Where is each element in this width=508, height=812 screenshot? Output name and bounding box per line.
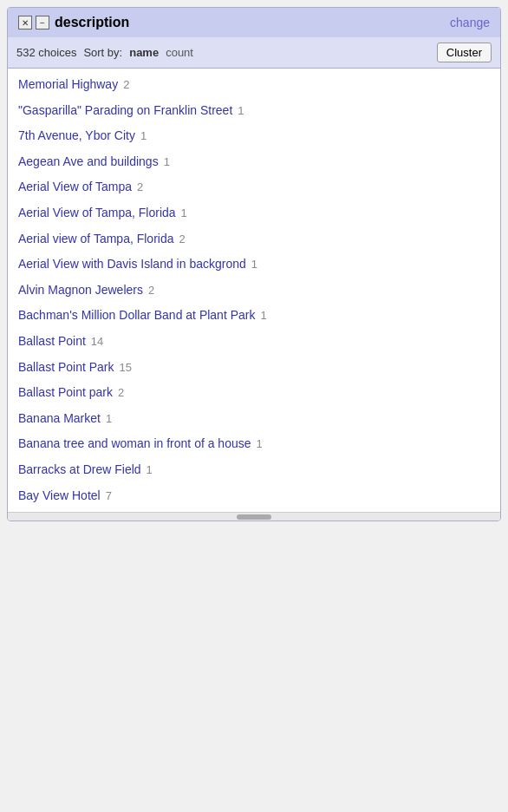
item-count: 14 <box>91 334 103 350</box>
scrollbar-area[interactable] <box>8 512 500 521</box>
item-count: 1 <box>238 103 244 119</box>
item-count: 1 <box>260 308 266 324</box>
item-name[interactable]: Memorial Highway <box>18 76 118 94</box>
header-icons: ✕ − <box>18 16 49 29</box>
item-name[interactable]: "Gasparilla" Parading on Franklin Street <box>18 102 232 120</box>
list-item: Bay View Hotel7 <box>8 483 500 509</box>
item-count: 1 <box>140 128 147 144</box>
scrollbar-handle[interactable] <box>237 514 271 520</box>
item-name[interactable]: Banana tree and woman in front of a hous… <box>18 435 251 453</box>
list-item: Ballast Point Park15 <box>8 355 500 381</box>
item-name[interactable]: Bachman's Million Dollar Band at Plant P… <box>18 307 255 324</box>
item-count: 1 <box>181 206 187 221</box>
toolbar: 532 choices Sort by: name count Cluster <box>8 37 500 69</box>
list-item: 7th Avenue, Ybor City1 <box>8 123 500 149</box>
list-item: Alvin Magnon Jewelers2 <box>8 278 500 304</box>
item-count: 2 <box>123 77 129 93</box>
item-count: 2 <box>179 232 185 247</box>
item-count: 1 <box>164 154 170 170</box>
item-count: 2 <box>118 385 124 401</box>
item-name[interactable]: Aegean Ave and buildings <box>18 154 159 171</box>
panel-header: ✕ − description change <box>8 8 500 37</box>
item-count: 1 <box>106 411 112 427</box>
list-item: Aerial View of Tampa, Florida1 <box>8 200 500 226</box>
item-count: 1 <box>251 257 257 272</box>
item-name[interactable]: Aerial view of Tampa, Florida <box>18 231 173 248</box>
list-item: Memorial Highway2 <box>8 72 500 98</box>
item-name[interactable]: Banana Market <box>18 410 101 428</box>
sort-by-name[interactable]: name <box>129 46 159 59</box>
close-icon[interactable]: ✕ <box>18 16 32 29</box>
list-item: Aerial View of Tampa2 <box>8 174 500 200</box>
item-name[interactable]: Bay View Hotel <box>18 488 101 505</box>
item-name[interactable]: 7th Avenue, Ybor City <box>18 128 135 145</box>
item-name[interactable]: Ballast Point <box>18 333 86 350</box>
item-count: 1 <box>147 462 153 478</box>
item-count: 2 <box>137 180 143 195</box>
sort-label: Sort by: <box>83 46 122 59</box>
list-item: Ballast Point park2 <box>8 380 500 406</box>
list-item: Aegean Ave and buildings1 <box>8 149 500 175</box>
item-name[interactable]: Barracks at Drew Field <box>18 462 141 479</box>
list-item: Ballast Point14 <box>8 329 500 355</box>
list-item: Aerial View with Davis Island in backgro… <box>8 252 500 278</box>
choices-count: 532 choices <box>16 46 76 59</box>
item-name[interactable]: Aerial View with Davis Island in backgro… <box>18 256 246 273</box>
cluster-button[interactable]: Cluster <box>437 43 492 62</box>
list-item: "Gasparilla" Parading on Franklin Street… <box>8 98 500 124</box>
item-name[interactable]: Aerial View of Tampa <box>18 179 132 196</box>
item-count: 15 <box>120 360 132 376</box>
list-item: Banana Market1 <box>8 406 500 432</box>
item-name[interactable]: Aerial View of Tampa, Florida <box>18 205 176 222</box>
item-name[interactable]: Ballast Point Park <box>18 359 114 377</box>
item-name[interactable]: Alvin Magnon Jewelers <box>18 282 143 299</box>
description-panel: ✕ − description change 532 choices Sort … <box>7 7 501 521</box>
change-link[interactable]: change <box>450 16 490 29</box>
sort-by-count[interactable]: count <box>166 46 193 59</box>
panel-title: description <box>55 15 129 30</box>
item-name[interactable]: Ballast Point park <box>18 384 113 402</box>
list-item: Banana tree and woman in front of a hous… <box>8 431 500 457</box>
item-count: 7 <box>106 488 112 504</box>
minus-icon[interactable]: − <box>36 16 49 29</box>
header-left: ✕ − description <box>18 15 129 30</box>
list-item: Bachman's Million Dollar Band at Plant P… <box>8 303 500 329</box>
items-list: Memorial Highway2"Gasparilla" Parading o… <box>8 69 500 512</box>
list-item: Barracks at Drew Field1 <box>8 457 500 483</box>
list-item: Aerial view of Tampa, Florida2 <box>8 226 500 252</box>
item-count: 1 <box>257 436 263 452</box>
item-count: 2 <box>148 283 154 298</box>
